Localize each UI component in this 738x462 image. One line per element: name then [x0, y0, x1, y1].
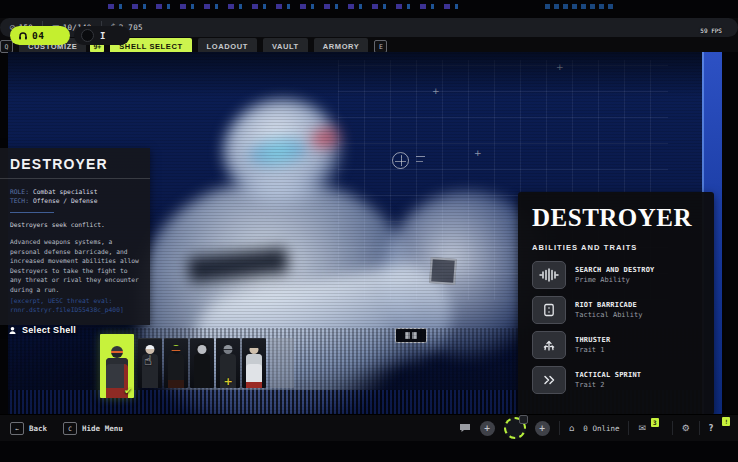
mail-icon[interactable]: ✉ [638, 423, 646, 433]
top-fade [8, 52, 722, 98]
rank-circle-icon [81, 29, 94, 42]
shell-info-panel: DESTROYER ROLE: Combat specialist TECH: … [0, 148, 150, 325]
back-key-icon: ← [10, 422, 24, 435]
abilities-section-header: ABILITIES AND TRAITS [532, 243, 700, 252]
ability-row-tactical-sprint[interactable]: TACTICAL SPRINT Trait 2 [532, 366, 700, 394]
riot-barricade-icon [532, 296, 566, 324]
avatar-badge-icon [519, 415, 528, 424]
thruster-icon [532, 331, 566, 359]
glitch-strip [545, 4, 615, 9]
divider [10, 212, 54, 213]
shell-portrait [190, 338, 214, 388]
shell-portrait [242, 338, 266, 388]
shell-icon [8, 321, 17, 339]
footer-right-cluster: + + ⌂ 0 Online ✉ 3 ⚙ ? ! [459, 415, 730, 441]
shell-name-title: DESTROYER [10, 156, 140, 172]
invite-left-button[interactable]: + [480, 421, 495, 436]
ability-row-search-and-destroy[interactable]: SEARCH AND DESTROY Prime Ability [532, 261, 700, 289]
equipped-check-icon: ✔ [124, 385, 132, 396]
shell-info-header: DESTROYER [0, 148, 150, 179]
online-status: 0 Online [583, 424, 619, 433]
ability-row-riot-barricade[interactable]: RIOT BARRICADE Tactical Ability [532, 296, 700, 324]
invite-right-button[interactable]: + [535, 421, 550, 436]
player-level: 04 [32, 30, 44, 41]
lore-excerpt: [excerpt, UESC threat eval: rnnr.dstryr.… [10, 296, 140, 315]
shell-details-panel: DESTROYER ABILITIES AND TRAITS SEARCH AN… [518, 192, 714, 415]
ability-text: TACTICAL SPRINT Trait 2 [575, 371, 641, 389]
fps-counter: 59 FPS [700, 27, 722, 34]
ability-row-thruster[interactable]: THRUSTER Trait 1 [532, 331, 700, 359]
headset-icon [18, 27, 28, 45]
party-avatar[interactable] [504, 417, 526, 439]
top-hud-bar: 04 I ⊘ 150 ▦ 10/140 $ 2,705 Q CUSTOMIZE … [0, 18, 738, 52]
chat-icon[interactable] [459, 419, 471, 437]
glitch-strip [108, 4, 458, 9]
footer-bar: ← Back C Hide Menu + + ⌂ 0 Online ✉ 3 ⚙ … [0, 414, 738, 441]
mail-count-badge: 3 [651, 418, 659, 427]
role-row: ROLE: Combat specialist [10, 187, 140, 196]
select-shell-label: Select Shell [22, 325, 76, 335]
shell-slot-5[interactable]: + [216, 338, 240, 388]
rank-badge[interactable]: I [74, 26, 130, 45]
hide-menu-button[interactable]: C Hide Menu [63, 422, 123, 435]
hide-menu-key-icon: C [63, 422, 77, 435]
ability-text: THRUSTER Trait 1 [575, 336, 610, 354]
ability-text: SEARCH AND DESTROY Prime Ability [575, 266, 654, 284]
divider [672, 421, 673, 435]
search-and-destroy-icon [532, 261, 566, 289]
shell-slot-6[interactable] [242, 338, 266, 388]
footer-left-actions: ← Back C Hide Menu [10, 415, 123, 441]
shell-description: Advanced weapons systems, a personal def… [10, 237, 140, 294]
help-icon[interactable]: ? [709, 424, 714, 433]
settings-gear-icon[interactable]: ⚙ [682, 423, 690, 433]
shell-slot-3[interactable] [164, 338, 188, 388]
divider [628, 421, 629, 435]
shell-tagline: Destroyers seek conflict. [10, 220, 140, 229]
select-shell-header: Select Shell [8, 321, 76, 339]
shell-slot-4[interactable] [190, 338, 214, 388]
hand-cursor-icon: ☝ [144, 353, 152, 368]
shell-info-body: ROLE: Combat specialist TECH: Offense / … [0, 179, 150, 325]
back-button[interactable]: ← Back [10, 422, 47, 435]
details-shell-title: DESTROYER [532, 204, 700, 232]
shell-portrait [164, 338, 188, 388]
tech-row: TECH: Offense / Defense [10, 196, 140, 205]
divider [699, 421, 700, 435]
rank-label: I [100, 31, 105, 41]
tactical-sprint-icon [532, 366, 566, 394]
shell-slot-empty[interactable] [270, 338, 294, 388]
help-alert-badge: ! [722, 417, 730, 426]
ability-text: RIOT BARRICADE Tactical Ability [575, 301, 642, 319]
home-icon: ⌂ [569, 423, 575, 433]
upgrade-plus-marker: + [223, 375, 232, 388]
player-level-badge[interactable]: 04 [10, 26, 70, 45]
divider [559, 421, 560, 435]
